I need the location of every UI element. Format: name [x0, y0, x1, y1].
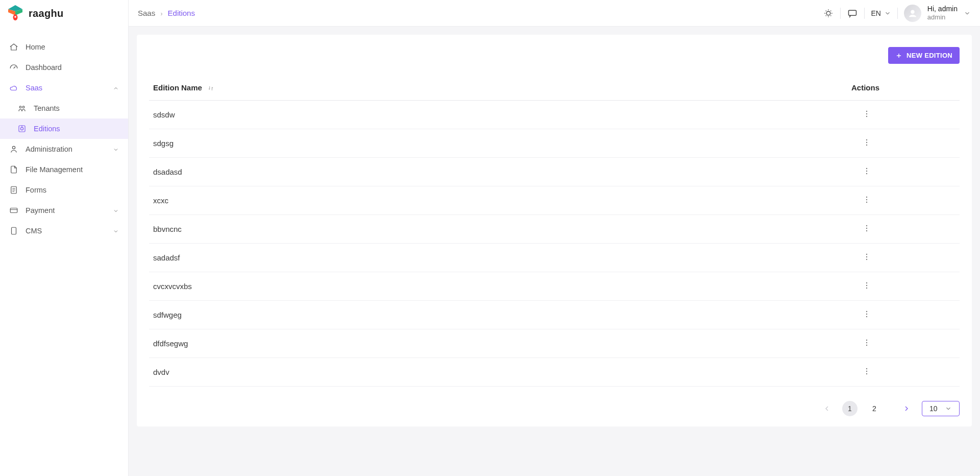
user-menu-chevron-icon[interactable] — [964, 10, 971, 17]
sidebar-item-tenants[interactable]: Tenants — [0, 98, 128, 118]
edition-name-cell: sdsdw — [149, 101, 847, 129]
breadcrumb-separator-icon: › — [160, 10, 162, 17]
actions-cell — [847, 158, 960, 186]
topbar-divider — [897, 8, 898, 19]
sidebar-item-cms[interactable]: CMS — [0, 221, 128, 241]
svg-point-28 — [911, 10, 914, 13]
table-row: bbvncnc — [149, 215, 960, 244]
row-menu-icon[interactable] — [862, 137, 872, 148]
page-number-1[interactable]: 1 — [842, 401, 857, 416]
chevron-down-icon — [884, 10, 891, 17]
topbar-divider — [864, 8, 865, 19]
app-logo-icon — [6, 4, 24, 22]
user-icon — [9, 145, 18, 154]
actions-cell — [847, 329, 960, 358]
row-menu-icon[interactable] — [862, 109, 872, 119]
sidebar-item-label: Saas — [26, 84, 106, 92]
svg-rect-17 — [12, 227, 16, 234]
svg-point-45 — [866, 230, 867, 231]
greeting-sub: admin — [927, 13, 958, 21]
topbar-divider — [840, 8, 841, 19]
page-size-selector[interactable]: 10 — [922, 401, 960, 416]
user-greeting[interactable]: Hi, admin admin — [927, 5, 958, 21]
row-menu-icon[interactable] — [862, 309, 872, 319]
new-edition-button[interactable]: NEW EDITION — [888, 47, 960, 64]
language-selector[interactable]: EN — [871, 9, 891, 17]
row-menu-icon[interactable] — [862, 366, 872, 376]
sidebar-item-file-management[interactable]: File Management — [0, 159, 128, 180]
file-icon — [9, 165, 18, 174]
pager-prev-icon[interactable] — [823, 404, 831, 413]
sidebar-item-saas[interactable]: Saas — [0, 78, 128, 98]
svg-line-24 — [831, 15, 831, 16]
svg-point-10 — [12, 146, 15, 149]
forms-icon — [9, 185, 18, 195]
row-menu-icon[interactable] — [862, 223, 872, 233]
sort-icon[interactable] — [207, 85, 214, 92]
nav-list: HomeDashboardSaasTenantsEditionsAdminist… — [0, 27, 128, 251]
svg-point-41 — [866, 199, 867, 200]
sidebar-item-forms[interactable]: Forms — [0, 180, 128, 200]
chevron-down-icon — [945, 405, 952, 412]
column-header-actions: Actions — [847, 78, 960, 101]
svg-point-8 — [20, 127, 23, 130]
sidebar-item-editions[interactable]: Editions — [0, 118, 128, 139]
svg-point-36 — [866, 145, 867, 146]
row-menu-icon[interactable] — [862, 252, 872, 262]
editions-icon — [17, 124, 27, 133]
table-row: dvdv — [149, 358, 960, 387]
row-menu-icon[interactable] — [862, 280, 872, 291]
greeting-top: Hi, admin — [927, 5, 958, 13]
svg-point-5 — [19, 106, 21, 108]
svg-point-53 — [866, 314, 867, 315]
sidebar-item-label: CMS — [26, 227, 106, 235]
chat-icon[interactable] — [847, 8, 858, 19]
table-row: cvcxvcvxbs — [149, 272, 960, 301]
sidebar-item-home[interactable]: Home — [0, 37, 128, 57]
svg-point-56 — [866, 342, 867, 343]
table-row: dsadasd — [149, 158, 960, 186]
table-row: sadadsf — [149, 244, 960, 272]
table-row: sdgsg — [149, 129, 960, 158]
topbar: Saas › Editions EN Hi, admin admin — [129, 0, 980, 27]
actions-cell — [847, 101, 960, 129]
sidebar-item-administration[interactable]: Administration — [0, 139, 128, 159]
breadcrumb-current: Editions — [168, 9, 195, 17]
pager-next-icon[interactable] — [902, 404, 911, 413]
chevron-down-icon — [113, 146, 119, 152]
actions-cell — [847, 244, 960, 272]
sidebar-item-label: Editions — [34, 125, 119, 133]
breadcrumb-parent[interactable]: Saas — [138, 9, 155, 17]
svg-point-35 — [866, 142, 867, 143]
row-menu-icon[interactable] — [862, 338, 872, 348]
avatar[interactable] — [904, 5, 921, 22]
svg-point-33 — [866, 116, 867, 117]
editions-table: Edition Name Actions sdsdwsdgsgdsadasdxc… — [149, 78, 960, 387]
sidebar-item-dashboard[interactable]: Dashboard — [0, 57, 128, 78]
svg-point-49 — [866, 282, 867, 283]
actions-cell — [847, 186, 960, 215]
column-header-name[interactable]: Edition Name — [149, 78, 847, 101]
svg-point-40 — [866, 197, 867, 198]
actions-cell — [847, 272, 960, 301]
edition-name-cell: bbvncnc — [149, 215, 847, 244]
svg-line-26 — [831, 10, 831, 11]
sidebar-item-label: Administration — [26, 145, 106, 153]
page-number-2[interactable]: 2 — [867, 401, 882, 416]
doc-icon — [9, 226, 18, 235]
page-size-value: 10 — [929, 404, 938, 413]
gauge-icon — [9, 63, 18, 72]
svg-point-32 — [866, 113, 867, 114]
sidebar: raaghu HomeDashboardSaasTenantsEditionsA… — [0, 0, 129, 435]
svg-rect-27 — [849, 10, 856, 15]
row-menu-icon[interactable] — [862, 166, 872, 176]
editions-card: NEW EDITION Edition Name Actions sdsdwsd… — [137, 35, 972, 426]
sidebar-item-payment[interactable]: Payment — [0, 200, 128, 221]
svg-point-51 — [866, 288, 867, 289]
logo[interactable]: raaghu — [0, 0, 128, 27]
table-row: xcxc — [149, 186, 960, 215]
plus-icon — [895, 52, 902, 59]
row-menu-icon[interactable] — [862, 195, 872, 205]
theme-toggle-icon[interactable] — [823, 8, 834, 19]
svg-point-38 — [866, 171, 867, 172]
